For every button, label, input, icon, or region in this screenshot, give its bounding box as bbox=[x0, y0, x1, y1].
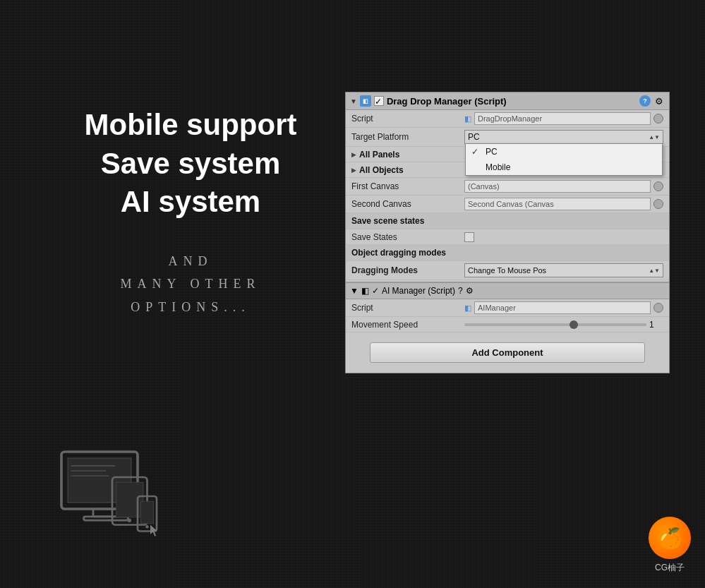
dragging-modes-label: Dragging Modes bbox=[351, 265, 464, 275]
subtitle-line-1: AND bbox=[42, 250, 339, 272]
canvas-selector-icon[interactable] bbox=[653, 181, 663, 191]
script-value: ◧ DragDropManager bbox=[464, 112, 663, 125]
watermark-text: CG柚子 bbox=[655, 562, 685, 574]
dragging-modes-dropdown[interactable]: Change To Mouse Pos ▲▼ bbox=[464, 263, 663, 277]
save-section-label: Save scene states bbox=[351, 216, 424, 226]
speed-slider-track[interactable] bbox=[464, 323, 646, 326]
ai-gear-button[interactable]: ⚙ bbox=[466, 286, 474, 296]
script-row: Script ◧ DragDropManager bbox=[346, 110, 669, 128]
platform-dropdown-popup: ✓ PC ✓ Mobile bbox=[465, 143, 663, 176]
svg-rect-5 bbox=[116, 482, 143, 517]
svg-rect-8 bbox=[141, 501, 154, 524]
target-platform-value: PC ▲▼ ✓ PC ✓ Mobile bbox=[464, 130, 663, 144]
drag-drop-header: ▼ ◧ ✓ Drag Drop Manager (Script) ? ⚙ bbox=[346, 92, 669, 110]
movement-speed-label: Movement Speed bbox=[351, 320, 464, 330]
target-platform-row: Target Platform PC ▲▼ ✓ PC ✓ Mobile bbox=[346, 128, 669, 147]
second-canvas-field[interactable]: Second Canvas (Canvas bbox=[464, 198, 651, 210]
save-states-checkbox[interactable] bbox=[464, 232, 474, 242]
movement-speed-row: Movement Speed 1 bbox=[346, 317, 669, 332]
save-states-value bbox=[464, 232, 663, 242]
ai-script-icon: ◧ bbox=[361, 286, 369, 296]
svg-point-9 bbox=[145, 525, 149, 529]
ai-script-value: ◧ AIManager bbox=[464, 301, 663, 314]
subtitle-line-3: OPTIONS... bbox=[42, 296, 339, 318]
watermark: 🍊 CG柚子 bbox=[649, 517, 691, 574]
speed-slider-container: 1 bbox=[464, 320, 663, 330]
title-line-1: Mobile support bbox=[42, 106, 339, 145]
target-platform-dropdown[interactable]: PC ▲▼ ✓ PC ✓ Mobile bbox=[464, 130, 663, 144]
component-enable-checkbox[interactable]: ✓ bbox=[374, 96, 384, 106]
movement-speed-value: 1 bbox=[464, 320, 663, 330]
ai-enable-checkbox[interactable]: ✓ bbox=[372, 286, 379, 296]
ai-foldout-arrow-icon: ▼ bbox=[350, 286, 358, 296]
script-label: Script bbox=[351, 114, 464, 124]
dropdown-arrow-icon: ▲▼ bbox=[649, 134, 660, 140]
dropdown-item-mobile[interactable]: ✓ Mobile bbox=[466, 160, 662, 175]
gear-button[interactable]: ⚙ bbox=[653, 95, 665, 107]
dropdown-label-mobile: Mobile bbox=[486, 162, 510, 172]
ai-script-field[interactable]: AIManager bbox=[474, 301, 651, 314]
add-component-button[interactable]: Add Component bbox=[370, 342, 644, 363]
second-canvas-selector-icon[interactable] bbox=[653, 199, 663, 209]
script-field[interactable]: DragDropManager bbox=[474, 112, 651, 125]
device-icon bbox=[42, 433, 169, 560]
dropdown-selected-value: PC bbox=[468, 132, 480, 142]
ai-script-row: Script ◧ AIManager bbox=[346, 299, 669, 317]
check-icon: ✓ bbox=[471, 147, 481, 157]
title-line-3: AI system bbox=[42, 183, 339, 222]
watermark-icon: 🍊 bbox=[649, 517, 691, 559]
drag-drop-title: Drag Drop Manager (Script) bbox=[387, 96, 637, 107]
dragging-modes-row: Dragging Modes Change To Mouse Pos ▲▼ bbox=[346, 261, 669, 280]
save-states-label: Save States bbox=[351, 232, 464, 242]
all-objects-label: All Objects bbox=[359, 165, 404, 175]
title-line-2: Save system bbox=[42, 145, 339, 184]
subtitle: AND MANY OTHER OPTIONS... bbox=[42, 250, 339, 318]
ai-manager-title: AI Manager (Script) bbox=[382, 286, 455, 296]
dragging-selected-value: Change To Mouse Pos bbox=[468, 266, 546, 275]
first-canvas-row: First Canvas (Canvas) bbox=[346, 178, 669, 196]
first-canvas-value: (Canvas) bbox=[464, 180, 663, 193]
ai-doc-button[interactable]: ? bbox=[458, 286, 463, 296]
save-states-row: Save States bbox=[346, 229, 669, 245]
second-canvas-row: Second Canvas Second Canvas (Canvas bbox=[346, 196, 669, 213]
dragging-section-header: Object dragging modes bbox=[346, 245, 669, 261]
subtitle-line-2: MANY OTHER bbox=[42, 272, 339, 295]
ai-target-selector-icon[interactable] bbox=[653, 303, 663, 313]
all-panels-label: All Panels bbox=[359, 150, 399, 160]
ai-script-label: Script bbox=[351, 303, 464, 313]
doc-button[interactable]: ? bbox=[639, 95, 651, 107]
watermark-emoji: 🍊 bbox=[658, 527, 682, 550]
main-title: Mobile support Save system AI system bbox=[42, 106, 339, 222]
foldout-collapsed-icon-2: ▶ bbox=[351, 167, 356, 174]
second-canvas-value: Second Canvas (Canvas bbox=[464, 198, 663, 210]
speed-value-display: 1 bbox=[649, 320, 663, 330]
script-icon: ◧ bbox=[360, 95, 371, 107]
add-component-container: Add Component bbox=[346, 332, 669, 373]
ai-manager-header: ▼ ◧ ✓ AI Manager (Script) ? ⚙ bbox=[346, 282, 669, 299]
dropdown-label-pc: PC bbox=[486, 147, 498, 157]
first-canvas-field[interactable]: (Canvas) bbox=[464, 180, 651, 193]
left-content: Mobile support Save system AI system AND… bbox=[42, 106, 339, 318]
speed-slider-thumb[interactable] bbox=[570, 320, 578, 329]
dragging-section-label: Object dragging modes bbox=[351, 248, 446, 258]
foldout-arrow-icon: ▼ bbox=[350, 97, 357, 105]
save-section-header: Save scene states bbox=[346, 213, 669, 229]
svg-point-6 bbox=[128, 519, 131, 522]
second-canvas-label: Second Canvas bbox=[351, 199, 464, 209]
foldout-collapsed-icon: ▶ bbox=[351, 151, 356, 158]
first-canvas-label: First Canvas bbox=[351, 181, 464, 191]
dragging-modes-value: Change To Mouse Pos ▲▼ bbox=[464, 263, 663, 277]
script-ref-icon: ◧ bbox=[464, 114, 471, 124]
dropdown-item-pc[interactable]: ✓ PC bbox=[466, 144, 662, 160]
inspector-panel: ▼ ◧ ✓ Drag Drop Manager (Script) ? ⚙ Scr… bbox=[345, 92, 670, 373]
ai-script-ref-icon: ◧ bbox=[464, 304, 471, 313]
target-selector-icon[interactable] bbox=[653, 114, 663, 124]
dragging-dropdown-arrow-icon: ▲▼ bbox=[649, 268, 660, 274]
target-platform-label: Target Platform bbox=[351, 132, 464, 142]
